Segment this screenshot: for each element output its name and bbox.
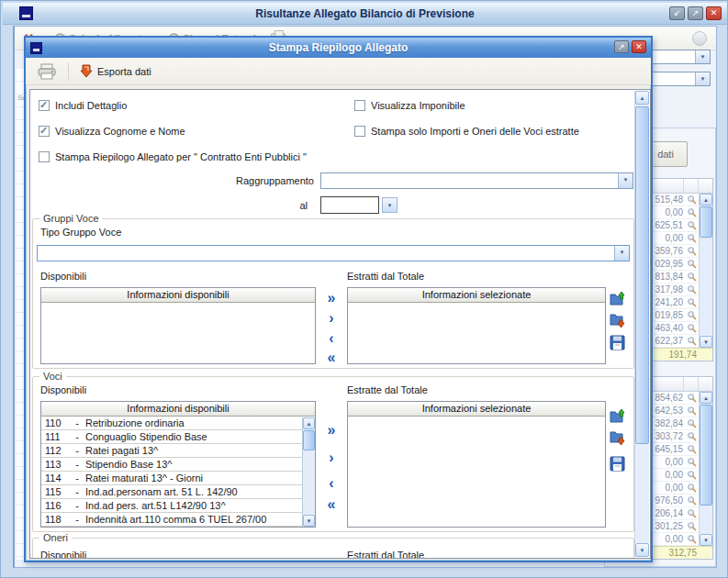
list-item[interactable]: 115 - Ind.ad.personam art. 51 L. 142/90 xyxy=(41,485,302,499)
scroll-up-icon[interactable]: ▲ xyxy=(303,417,315,429)
magnifier-icon[interactable] xyxy=(685,259,699,269)
chevron-down-icon[interactable]: ▼ xyxy=(614,246,629,261)
scroll-down-icon[interactable]: ▼ xyxy=(303,515,315,527)
magnifier-icon[interactable] xyxy=(685,406,699,416)
magnifier-icon[interactable] xyxy=(685,457,699,467)
scroll-up-icon[interactable]: ▲ xyxy=(700,392,712,404)
chevron-down-icon[interactable]: ▼ xyxy=(695,50,710,63)
magnifier-icon[interactable] xyxy=(685,233,699,243)
unload-selection-button[interactable] xyxy=(610,430,628,447)
checkbox-option[interactable]: Stampa Riepilogo Allegato per " Contratt… xyxy=(39,150,307,163)
dialog-scrollbar[interactable]: ▲ ▼ xyxy=(634,91,649,557)
magnifier-icon[interactable] xyxy=(685,508,699,518)
magnifier-icon[interactable] xyxy=(685,483,699,493)
dialog-titlebar: Stampa Riepilogo Allegato ↗ ✕ xyxy=(26,38,651,58)
help-icon[interactable] xyxy=(692,31,707,46)
checkbox[interactable] xyxy=(39,126,50,137)
raggruppamento-combobox[interactable]: ▼ xyxy=(320,172,633,189)
scroll-up-icon[interactable]: ▲ xyxy=(700,194,712,206)
close-button[interactable]: ✕ xyxy=(706,6,722,20)
magnifier-icon[interactable] xyxy=(685,521,699,531)
list-item[interactable]: 113 - Stipendio Base 13^ xyxy=(41,458,302,472)
al-input[interactable] xyxy=(320,196,379,214)
unload-selection-button[interactable] xyxy=(610,313,628,329)
magnifier-icon[interactable] xyxy=(685,195,699,205)
move-all-right-button[interactable]: » xyxy=(321,291,342,306)
gruppi-selezionate-list[interactable]: Informazioni selezionate xyxy=(347,287,606,364)
voce-name: Retribuzione ordinaria xyxy=(85,417,302,428)
move-all-left-button[interactable]: « xyxy=(321,497,342,512)
checkbox[interactable] xyxy=(39,100,50,111)
separator: - xyxy=(69,445,85,456)
magnifier-icon[interactable] xyxy=(685,393,699,403)
load-selection-button[interactable] xyxy=(610,408,628,425)
scroll-up-icon[interactable]: ▲ xyxy=(635,91,649,105)
magnifier-icon[interactable] xyxy=(685,246,699,256)
checkbox-option[interactable]: Visualizza Cognome e Nome xyxy=(39,124,307,138)
magnifier-icon[interactable] xyxy=(685,431,699,441)
list-item[interactable]: 118 - Indennità art.110 comma 6 TUEL 267… xyxy=(41,513,302,527)
table-scrollbar[interactable]: ▲ ▼ xyxy=(699,392,712,546)
list-item[interactable]: 111 - Conguaglio Stipendio Base xyxy=(41,430,302,444)
dialog-controls: ↗ ✕ xyxy=(614,40,646,53)
move-left-button[interactable]: ‹ xyxy=(321,331,342,346)
magnifier-icon[interactable] xyxy=(685,220,699,230)
magnifier-icon[interactable] xyxy=(685,207,699,217)
printer-icon xyxy=(37,63,57,80)
magnifier-icon[interactable] xyxy=(685,272,699,282)
scrollbar-thumb[interactable] xyxy=(635,106,649,444)
table-scrollbar[interactable]: ▲ ▼ xyxy=(699,194,712,348)
magnifier-icon[interactable] xyxy=(685,444,699,454)
checkbox-option[interactable]: Stampa solo Importi e Oneri delle Voci e… xyxy=(354,124,579,138)
move-all-right-button[interactable]: » xyxy=(321,423,342,438)
print-button[interactable] xyxy=(31,61,62,83)
gruppi-disponibili-list[interactable]: Informazioni disponibili xyxy=(40,287,316,364)
checkbox-option[interactable]: Visualizza Imponibile xyxy=(354,98,579,112)
list-item[interactable]: 112 - Ratei pagati 13^ xyxy=(41,444,302,458)
chevron-down-icon[interactable]: ▼ xyxy=(695,72,710,85)
list-item[interactable]: 114 - Ratei maturati 13^ - Giorni xyxy=(41,472,302,485)
move-right-button[interactable]: › xyxy=(321,311,342,326)
move-right-button[interactable]: › xyxy=(321,450,342,465)
checkbox[interactable] xyxy=(354,126,365,137)
separator: - xyxy=(69,459,85,470)
list-item[interactable]: 110 - Retribuzione ordinaria xyxy=(41,417,302,430)
move-left-button[interactable]: ‹ xyxy=(321,476,342,491)
tipo-gruppo-voce-combobox[interactable]: ▼ xyxy=(37,245,630,261)
scrollbar-thumb[interactable] xyxy=(700,206,712,238)
checkbox[interactable] xyxy=(39,151,50,162)
magnifier-icon[interactable] xyxy=(685,323,699,333)
restore-button[interactable]: ↙ xyxy=(669,6,685,20)
magnifier-icon[interactable] xyxy=(685,418,699,428)
list-scrollbar[interactable]: ▲ ▼ xyxy=(302,417,315,527)
close-button[interactable]: ✕ xyxy=(632,40,646,53)
scroll-down-icon[interactable]: ▼ xyxy=(700,534,712,546)
voci-disponibili-list[interactable]: Informazioni disponibili 110 - Retribuzi… xyxy=(40,401,316,528)
list-item[interactable]: 116 - Ind.ad pers. art.51 L142/90 13^ xyxy=(41,499,302,513)
magnifier-icon[interactable] xyxy=(685,297,699,307)
magnifier-icon[interactable] xyxy=(685,495,699,506)
voce-code: 113 xyxy=(45,459,69,470)
magnifier-icon[interactable] xyxy=(685,284,699,295)
magnifier-icon[interactable] xyxy=(685,470,699,480)
move-all-left-button[interactable]: « xyxy=(321,350,342,365)
voci-selezionate-list[interactable]: Informazioni selezionate xyxy=(347,401,606,528)
magnifier-icon[interactable] xyxy=(685,336,699,346)
load-selection-button[interactable] xyxy=(610,291,628,307)
scroll-down-icon[interactable]: ▼ xyxy=(635,543,649,557)
save-button[interactable] xyxy=(610,335,628,351)
checkbox[interactable] xyxy=(354,100,365,111)
esporta-dati-button[interactable]: Esporta dati xyxy=(74,61,157,81)
magnifier-icon[interactable] xyxy=(685,534,699,544)
al-dropdown-button[interactable]: ▼ xyxy=(382,197,398,213)
scrollbar-thumb[interactable] xyxy=(303,430,315,450)
chevron-down-icon[interactable]: ▼ xyxy=(618,173,633,188)
maximize-button[interactable]: ↗ xyxy=(688,6,703,20)
maximize-button[interactable]: ↗ xyxy=(614,40,629,53)
magnifier-icon[interactable] xyxy=(685,310,699,320)
scrollbar-thumb[interactable] xyxy=(700,405,712,506)
checkbox-option[interactable]: Includi Dettaglio xyxy=(39,98,307,112)
save-button[interactable] xyxy=(610,456,628,472)
voce-name: Stipendio Base 13^ xyxy=(85,459,302,470)
scroll-down-icon[interactable]: ▼ xyxy=(700,336,712,348)
